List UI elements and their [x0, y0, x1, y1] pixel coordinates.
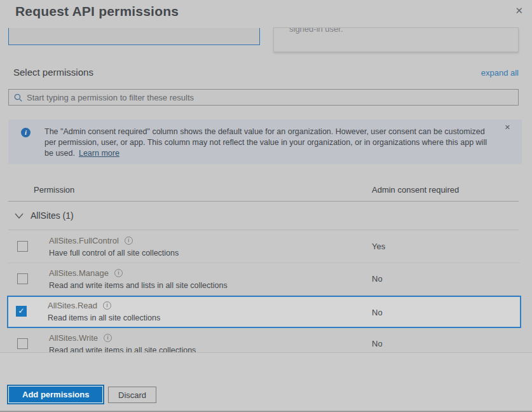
select-permissions-label: Select permissions	[13, 67, 93, 78]
permission-type-card-text: signed-in user.	[289, 27, 518, 34]
permission-description: Read and write items and lists in all si…	[49, 281, 228, 290]
chevron-down-icon	[15, 213, 24, 219]
permission-name: AllSites.Read	[48, 301, 97, 310]
column-header-permission: Permission	[34, 185, 74, 195]
permission-search-box[interactable]	[8, 89, 519, 106]
table-row[interactable]: ✓AllSites.ReadiRead items in all site co…	[7, 296, 521, 328]
info-icon[interactable]: i	[104, 334, 112, 342]
table-row[interactable]: AllSites.ManageiRead and write items and…	[8, 263, 520, 296]
group-label: AllSites (1)	[31, 210, 74, 221]
search-icon	[14, 93, 22, 102]
info-icon[interactable]: i	[125, 237, 133, 245]
info-icon[interactable]: i	[103, 301, 111, 310]
admin-consent-value: No	[372, 308, 383, 317]
permission-name: AllSites.Write	[49, 333, 98, 343]
info-icon[interactable]: i	[114, 269, 123, 277]
row-checkbox[interactable]	[17, 241, 28, 252]
permission-name: AllSites.FullControl	[49, 236, 119, 245]
permission-name: AllSites.Manage	[49, 268, 109, 278]
learn-more-link[interactable]: Learn more	[79, 149, 119, 158]
admin-consent-value: No	[372, 339, 383, 348]
row-checkbox[interactable]	[17, 273, 28, 284]
permission-description: Read items in all site collections	[48, 313, 160, 322]
admin-consent-value: Yes	[372, 242, 385, 251]
check-icon: ✓	[18, 306, 24, 315]
admin-consent-info-banner: i The "Admin consent required" column sh…	[8, 120, 522, 164]
discard-button[interactable]: Discard	[108, 387, 156, 403]
info-icon: i	[21, 128, 31, 137]
row-checkbox[interactable]	[17, 338, 28, 349]
close-icon[interactable]: ✕	[515, 5, 523, 17]
request-api-permissions-dialog: Request API permissions ✕ signed-in user…	[0, 0, 532, 412]
footer-bar: Add permissions Discard	[0, 352, 532, 411]
expand-all-link[interactable]: expand all	[481, 68, 519, 78]
banner-close-icon[interactable]: ✕	[505, 123, 510, 132]
table-row[interactable]: AllSites.WriteiRead and write items in a…	[8, 328, 520, 354]
admin-consent-value: No	[372, 274, 383, 284]
row-checkbox[interactable]: ✓	[16, 306, 27, 317]
permission-description: Have full control of all site collection…	[49, 249, 179, 258]
search-input[interactable]	[27, 93, 518, 102]
add-permissions-button[interactable]: Add permissions	[8, 386, 103, 403]
select-permissions-row: Select permissions expand all	[13, 67, 519, 78]
table-row[interactable]: AllSites.FullControliHave full control o…	[8, 231, 520, 263]
column-header-admin-consent: Admin consent required	[372, 185, 459, 195]
page-title: Request API permissions	[15, 4, 179, 19]
permissions-list: AllSites.FullControliHave full control o…	[7, 231, 521, 354]
group-row-allsites[interactable]: AllSites (1)	[8, 202, 519, 230]
top-clipped-input[interactable]	[8, 28, 260, 45]
permission-type-card: signed-in user.	[273, 27, 519, 52]
